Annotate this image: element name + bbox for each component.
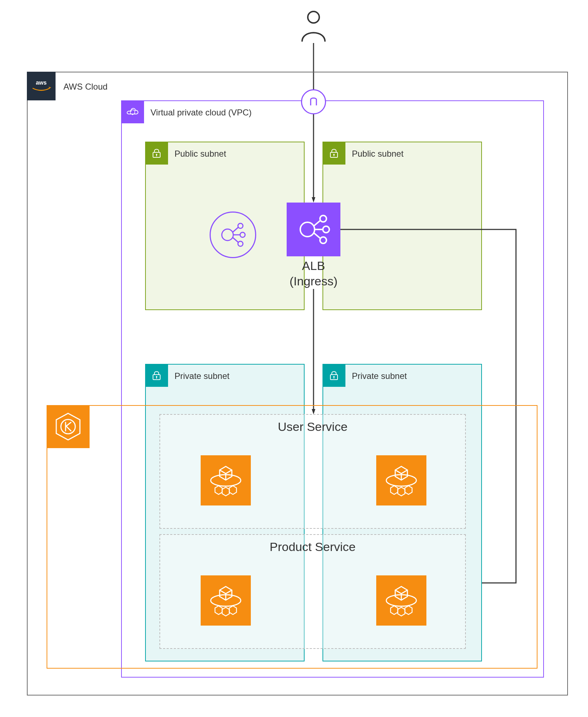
svg-point-13 — [240, 232, 245, 237]
architecture-diagram: aws AWS Cloud Virtual private cloud (VPC… — [0, 0, 588, 717]
load-balancer-outline-icon — [210, 212, 256, 258]
svg-point-11 — [222, 229, 233, 241]
svg-marker-50 — [398, 487, 405, 496]
svg-marker-65 — [391, 606, 398, 614]
svg-line-62 — [395, 590, 401, 594]
container-pod-icon — [201, 455, 251, 505]
user-service-label: User Service — [160, 420, 465, 434]
svg-line-47 — [401, 470, 407, 474]
private-subnet-right-label: Private subnet — [352, 371, 407, 381]
svg-line-15 — [233, 227, 238, 232]
aws-cloud-label: AWS Cloud — [63, 82, 107, 92]
vpc-label: Virtual private cloud (VPC) — [150, 108, 252, 118]
lock-icon — [322, 142, 345, 165]
svg-marker-66 — [398, 607, 405, 616]
svg-line-63 — [401, 590, 407, 594]
svg-point-35 — [61, 419, 75, 434]
lock-icon — [322, 364, 345, 387]
lock-icon — [145, 364, 168, 387]
svg-marker-41 — [215, 486, 222, 494]
arrow-alb-to-user-service — [312, 289, 315, 414]
svg-point-19 — [320, 215, 326, 222]
public-subnet-right-label: Public subnet — [352, 149, 403, 159]
svg-marker-34 — [56, 413, 80, 440]
svg-line-46 — [395, 470, 401, 474]
svg-marker-43 — [229, 486, 236, 494]
svg-marker-51 — [405, 486, 412, 494]
user-icon — [299, 10, 328, 42]
cloud-shield-icon — [121, 100, 144, 123]
svg-marker-49 — [391, 486, 398, 494]
svg-line-38 — [220, 470, 226, 474]
public-subnet-left-label: Public subnet — [175, 149, 226, 159]
container-pod-icon — [376, 575, 426, 626]
svg-line-24 — [314, 233, 320, 238]
svg-marker-42 — [222, 487, 229, 496]
svg-marker-59 — [229, 606, 236, 614]
load-balancer-icon — [287, 203, 340, 256]
svg-line-22 — [314, 220, 320, 226]
kubernetes-icon — [47, 405, 90, 448]
lock-icon — [145, 142, 168, 165]
svg-marker-4 — [48, 87, 51, 88]
svg-point-12 — [238, 223, 243, 228]
svg-point-20 — [323, 226, 329, 233]
svg-text:aws: aws — [36, 80, 47, 86]
svg-line-55 — [226, 590, 232, 594]
private-subnet-left-label: Private subnet — [175, 371, 229, 381]
product-service-label: Product Service — [160, 540, 465, 554]
svg-point-18 — [300, 222, 315, 237]
gateway-icon — [301, 89, 326, 114]
svg-marker-57 — [215, 606, 222, 614]
svg-point-0 — [308, 11, 319, 23]
container-pod-icon — [201, 575, 251, 626]
svg-marker-67 — [405, 606, 412, 614]
aws-logo-icon: aws — [27, 72, 56, 100]
svg-line-17 — [233, 237, 238, 242]
svg-line-39 — [226, 470, 232, 474]
container-pod-icon — [376, 455, 426, 505]
svg-line-54 — [220, 590, 226, 594]
svg-marker-58 — [222, 607, 229, 616]
svg-point-21 — [320, 237, 326, 243]
svg-point-14 — [238, 241, 243, 246]
